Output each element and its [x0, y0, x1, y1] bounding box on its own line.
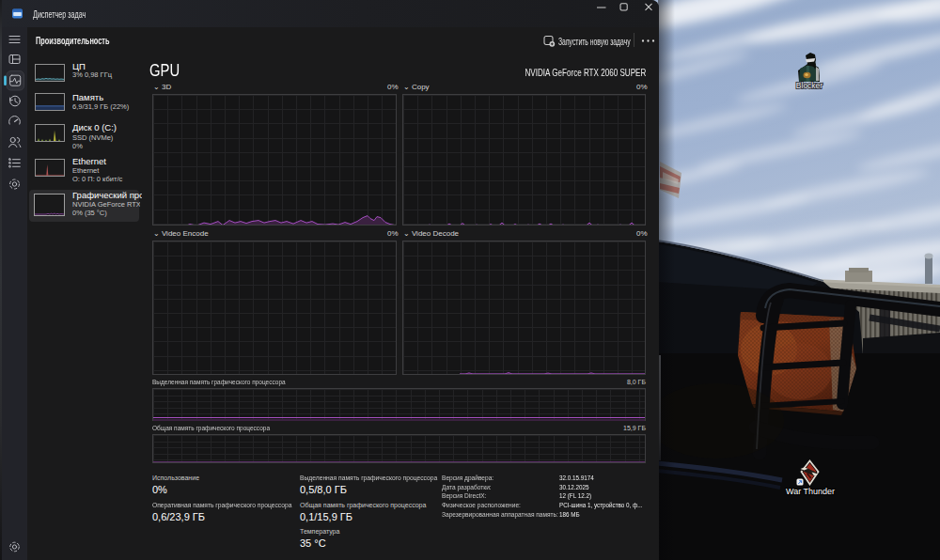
svg-text:War Thunder: War Thunder [786, 487, 835, 496]
svg-text:Blocker: Blocker [796, 81, 823, 90]
